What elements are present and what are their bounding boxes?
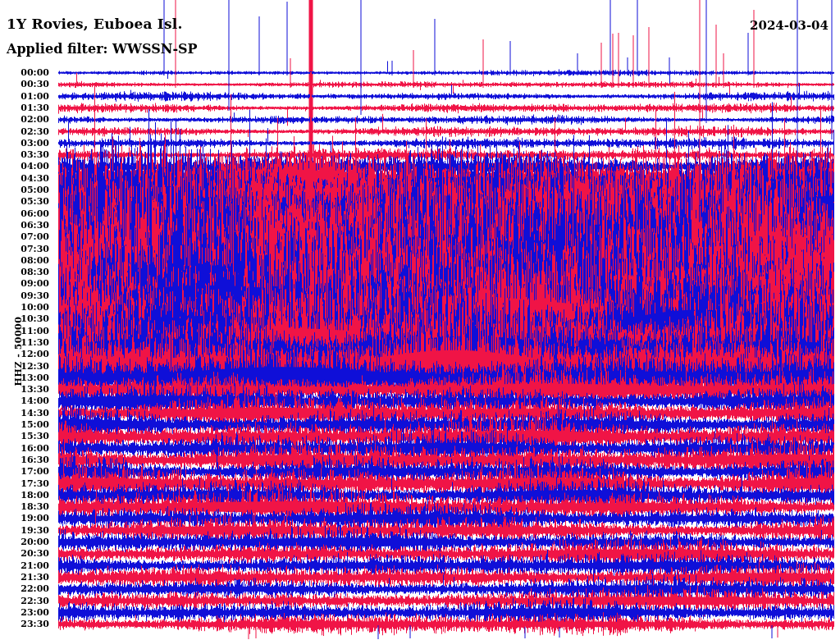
time-label: 16:00	[0, 443, 49, 454]
time-label: 13:30	[0, 384, 49, 395]
time-label: 14:30	[0, 408, 49, 418]
time-label: 11:00	[0, 326, 49, 336]
time-label: 03:00	[0, 138, 49, 149]
time-label: 21:30	[0, 572, 49, 583]
time-label: 00:30	[0, 79, 49, 89]
applied-filter-label: Applied filter: WWSSN-SP	[7, 41, 198, 57]
station-title: 1Y Rovies, Euboea Isl.	[7, 16, 183, 32]
time-label: 09:30	[0, 290, 49, 301]
time-label: 03:30	[0, 149, 49, 160]
time-label: 05:30	[0, 196, 49, 207]
time-label: 04:30	[0, 173, 49, 184]
time-label: 11:30	[0, 337, 49, 348]
time-label: 23:30	[0, 619, 49, 629]
time-label: 17:30	[0, 478, 49, 489]
time-label: 18:00	[0, 490, 49, 501]
time-label: 07:30	[0, 244, 49, 254]
time-label: 23:00	[0, 607, 49, 618]
time-label: 06:00	[0, 208, 49, 219]
time-label: 04:00	[0, 161, 49, 171]
time-label: 22:30	[0, 596, 49, 606]
time-label: 18:30	[0, 501, 49, 512]
time-label: 08:30	[0, 267, 49, 277]
time-label: 22:00	[0, 583, 49, 594]
time-label: 10:00	[0, 302, 49, 313]
time-label: 05:00	[0, 185, 49, 195]
time-label: 14:00	[0, 395, 49, 406]
helicorder-view: 1Y Rovies, Euboea Isl. Applied filter: W…	[0, 0, 840, 640]
time-label: 12:30	[0, 361, 49, 372]
time-label: 19:00	[0, 513, 49, 523]
time-label: 00:00	[0, 67, 49, 78]
time-label: 01:30	[0, 103, 49, 113]
time-label: 10:30	[0, 313, 49, 324]
time-label: 19:30	[0, 525, 49, 536]
time-label: 15:00	[0, 419, 49, 430]
time-label: 08:00	[0, 255, 49, 266]
time-label: 20:00	[0, 537, 49, 547]
time-label: 16:30	[0, 455, 49, 465]
time-label: 12:00	[0, 349, 49, 359]
time-label: 01:00	[0, 91, 49, 102]
time-label: 13:00	[0, 373, 49, 383]
time-label: 06:30	[0, 220, 49, 231]
seismogram-canvas	[0, 0, 840, 640]
time-label: 15:30	[0, 431, 49, 441]
time-label: 21:00	[0, 560, 49, 571]
time-label: 20:30	[0, 548, 49, 559]
time-label: 02:30	[0, 126, 49, 137]
date-label: 2024-03-04	[750, 18, 829, 33]
time-label: 02:00	[0, 114, 49, 125]
time-label: 09:00	[0, 278, 49, 289]
time-label: 17:00	[0, 466, 49, 477]
time-label: 07:00	[0, 231, 49, 242]
